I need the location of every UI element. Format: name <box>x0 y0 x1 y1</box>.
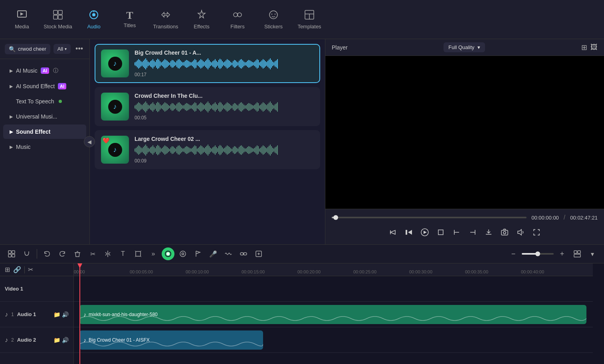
progress-bar[interactable] <box>332 217 527 218</box>
tl-zoom-out-button[interactable]: − <box>507 247 520 261</box>
nav-templates-label: Templates <box>297 24 321 30</box>
ruler-mark-3: 00:00:15:00 <box>242 269 265 274</box>
tl-insert-button[interactable] <box>252 247 265 261</box>
image-view-icon[interactable]: 🖼 <box>590 43 598 52</box>
audio-card-3[interactable]: ❤️ ♪ Large Crowd Cheer 02 ... 00:09 <box>95 130 320 169</box>
tl-flag-button[interactable] <box>191 247 205 261</box>
track-name-video1: Video 1 <box>5 286 69 292</box>
audio-results-panel: ♪ Big Crowd Cheer 01 - A... 00:17 ♪ Crow… <box>90 39 325 244</box>
audio1-clip[interactable]: ♪ mixkit-sun-and-his-daughter-580 <box>79 305 586 324</box>
tl-redo-button[interactable] <box>55 247 69 261</box>
search-more-button[interactable]: ••• <box>74 43 85 55</box>
snapshot-button[interactable] <box>497 225 512 239</box>
tl-link2-icon[interactable]: 🔗 <box>13 266 21 273</box>
track-label-audio1: ♪ 1 Audio 1 📁 🔊 <box>0 302 73 327</box>
tl-link-button[interactable] <box>237 247 250 261</box>
sidebar-label-music: Music <box>16 144 31 150</box>
nav-titles[interactable]: T Titles <box>112 2 148 38</box>
audio-card-1[interactable]: ♪ Big Crowd Cheer 01 - A... 00:17 <box>95 44 320 83</box>
info-icon-ai-music: ⓘ <box>53 67 58 74</box>
ruler-mark-2: 00:00:10:00 <box>186 269 209 274</box>
nav-stickers[interactable]: Stickers <box>255 2 291 38</box>
nav-transitions[interactable]: Transitions <box>148 2 184 38</box>
tl-cut2-icon[interactable]: ✂ <box>28 266 33 273</box>
svg-rect-36 <box>574 251 577 253</box>
fullscreen-button[interactable] <box>529 225 544 239</box>
mark-out-button[interactable] <box>465 225 480 239</box>
nav-media[interactable]: Media <box>4 2 40 38</box>
svg-rect-38 <box>574 254 580 257</box>
playhead[interactable] <box>79 263 80 364</box>
tl-add-track-icon[interactable]: ⊞ <box>5 266 10 273</box>
tl-cut-button[interactable]: ✂ <box>86 247 99 261</box>
search-input[interactable] <box>18 46 46 52</box>
nav-filters[interactable]: Filters <box>220 2 255 38</box>
tl-mic-button[interactable]: 🎤 <box>206 247 220 261</box>
audio-title-2: Crowd Cheer In The Clu... <box>135 93 314 99</box>
ruler-mark-4: 00:00:20:00 <box>297 269 321 274</box>
sidebar-item-sound-effect[interactable]: ▶ Sound Effect <box>3 125 86 139</box>
audio1-folder-icon[interactable]: 📁 <box>53 311 60 318</box>
tl-settings-button[interactable] <box>176 247 190 261</box>
tl-magnet-button[interactable] <box>20 247 34 261</box>
audio2-folder-icon[interactable]: 📁 <box>53 337 60 343</box>
tl-record-button[interactable] <box>162 247 174 260</box>
sidebar-item-ai-music[interactable]: ▶ AI Music AI ⓘ <box>3 63 86 78</box>
tl-crop-button[interactable] <box>131 247 145 261</box>
sidebar-item-ai-sound-effect[interactable]: ▶ AI Sound Effect AI <box>3 79 86 93</box>
music-note-icon-3: ♪ <box>113 146 117 154</box>
nav-stock-media[interactable]: Stock Media <box>40 2 76 38</box>
tl-more-options-button[interactable]: ▾ <box>586 247 599 261</box>
nav-effects[interactable]: Effects <box>184 2 220 38</box>
tl-more-button[interactable]: » <box>147 247 160 261</box>
sidebar-item-music[interactable]: ▶ Music <box>3 140 86 154</box>
progress-handle[interactable] <box>333 215 338 220</box>
sidebar-item-text-to-speech[interactable]: Text To Speech <box>3 94 86 109</box>
templates-icon <box>304 9 315 22</box>
track-label-video1: Video 1 <box>0 276 73 302</box>
time-separator: / <box>564 214 565 221</box>
effects-icon <box>196 9 207 22</box>
mark-in-button[interactable] <box>450 225 464 239</box>
tl-split-audio-button[interactable] <box>101 247 115 261</box>
tl-zoom-in-button[interactable]: + <box>555 247 569 261</box>
sidebar-collapse-button[interactable]: ◀ <box>84 136 95 147</box>
audio-card-2[interactable]: ♪ Crowd Cheer In The Clu... 00:05 <box>95 87 320 126</box>
audio2-volume-icon[interactable]: 🔊 <box>62 337 69 343</box>
tl-undo-button[interactable] <box>40 247 54 261</box>
player-screen <box>325 56 604 209</box>
volume-button[interactable] <box>513 225 528 239</box>
quality-select[interactable]: Full Quality ▾ <box>444 42 485 52</box>
play-button[interactable] <box>418 225 432 239</box>
svg-rect-25 <box>136 251 141 256</box>
skip-frame-button[interactable] <box>402 225 416 239</box>
tl-wave-button[interactable] <box>222 247 235 261</box>
stop-button[interactable] <box>434 225 448 239</box>
tl-zoom-bar[interactable] <box>522 253 554 255</box>
sidebar-label-ai-sound: AI Sound Effect <box>16 83 55 89</box>
nav-templates[interactable]: Templates <box>291 2 327 38</box>
svg-rect-21 <box>12 254 15 257</box>
audio-title-1: Big Crowd Cheer 01 - A... <box>135 49 314 56</box>
tl-zoom-handle[interactable] <box>535 251 540 256</box>
nav-audio[interactable]: Audio <box>76 2 112 38</box>
nav-audio-label: Audio <box>87 24 100 30</box>
svg-rect-2 <box>58 10 62 14</box>
tl-delete-button[interactable] <box>71 247 84 261</box>
audio2-controls: 📁 🔊 <box>53 337 69 343</box>
step-back-button[interactable] <box>386 225 400 239</box>
tl-layout-button[interactable] <box>570 247 584 261</box>
timeline-tracks[interactable]: 00:00 00:00:05:00 00:00:10:00 00:00:15:0… <box>74 263 604 364</box>
tl-split-view-button[interactable] <box>5 247 18 261</box>
grid-view-icon[interactable]: ⊞ <box>581 43 587 52</box>
player-view-icons: ⊞ 🖼 <box>581 43 598 52</box>
search-filter-dropdown[interactable]: All ▾ <box>53 44 71 54</box>
svg-rect-16 <box>501 230 508 235</box>
sidebar-item-universal-music[interactable]: ▶ Universal Musi... <box>3 109 86 124</box>
tl-text-button[interactable]: T <box>116 247 130 261</box>
export-button[interactable] <box>481 225 496 239</box>
search-input-wrap[interactable]: 🔍 <box>5 44 50 54</box>
audio2-clip[interactable]: ♪ Big Crowd Cheer 01 - AISFX <box>79 330 263 350</box>
right-player: Player Full Quality ▾ ⊞ 🖼 00:00:00:00 / … <box>325 39 604 244</box>
audio1-volume-icon[interactable]: 🔊 <box>62 311 69 318</box>
